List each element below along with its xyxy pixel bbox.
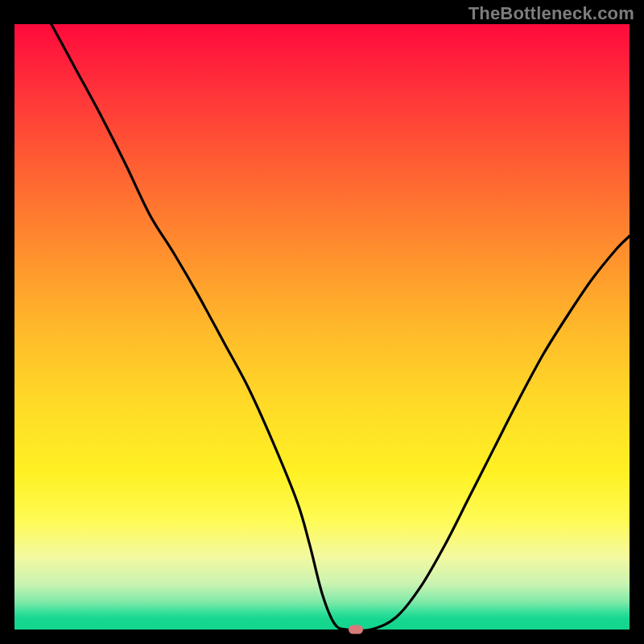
bottleneck-curve: [52, 24, 630, 630]
optimal-point-marker: [349, 625, 363, 634]
watermark-text: TheBottleneck.com: [469, 3, 634, 24]
curve-svg: [14, 24, 630, 630]
chart-container: TheBottleneck.com: [0, 0, 644, 644]
plot-area: [14, 24, 630, 630]
